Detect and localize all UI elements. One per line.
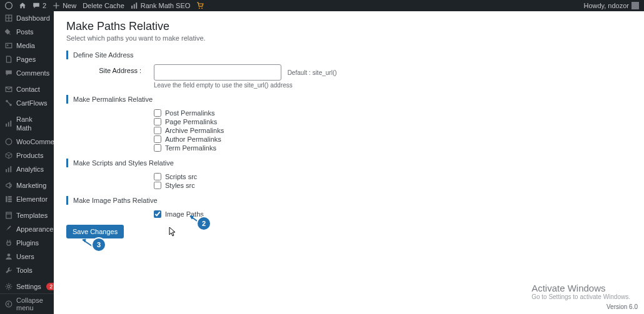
delete-cache-link[interactable]: Delete Cache — [83, 2, 124, 9]
sidebar-item-posts[interactable]: Posts — [0, 25, 54, 39]
woo-icon — [5, 138, 13, 145]
sidebar-item-marketing[interactable]: Marketing — [0, 179, 54, 192]
cart-icon — [196, 2, 204, 9]
svg-point-6 — [7, 44, 8, 46]
checkbox-image-paths[interactable] — [154, 210, 161, 218]
sidebar-item-cartflows[interactable]: CartFlows — [0, 96, 54, 110]
checkbox-perm-term-permalinks-row[interactable]: Term Permalinks — [154, 144, 631, 152]
checkbox-perm-archive-permalinks-row[interactable]: Archive Permalinks — [154, 126, 631, 135]
sidebar-item-label: Posts — [16, 27, 49, 36]
svg-rect-13 — [6, 169, 7, 172]
sidebar-item-label: Plugins — [16, 238, 49, 247]
svg-point-21 — [8, 285, 10, 288]
checkbox-perm-page-permalinks-row[interactable]: Page Permalinks — [154, 117, 631, 126]
sidebar-item-label: Products — [16, 151, 49, 160]
collapse-menu[interactable]: Collapse menu — [0, 293, 54, 314]
section-image: Make Image Paths Relative — [66, 196, 631, 205]
content-area: Make Paths Relative Select which paths y… — [54, 11, 644, 314]
page-icon — [5, 56, 13, 63]
save-button[interactable]: Save Changes 3 — [66, 225, 124, 238]
wordpress-icon — [5, 2, 13, 9]
version-text: Version 6.0 — [606, 303, 638, 310]
elem-icon — [5, 195, 13, 203]
wp-logo[interactable] — [5, 2, 13, 9]
sidebar-item-tools[interactable]: Tools — [0, 263, 54, 277]
flow-icon — [5, 99, 13, 107]
sidebar-item-label: Comments — [16, 69, 49, 77]
checkbox-perm-author-permalinks-row[interactable]: Author Permalinks — [154, 135, 631, 144]
comments-link[interactable]: 2 — [33, 2, 46, 9]
home-link[interactable] — [19, 2, 26, 9]
gear-icon — [5, 283, 13, 290]
sidebar-item-label: Users — [16, 252, 49, 261]
svg-point-23 — [6, 301, 12, 307]
svg-rect-14 — [8, 168, 9, 172]
svg-rect-19 — [8, 200, 12, 202]
checkbox-scr-scripts-src-row[interactable]: Scripts src — [154, 172, 631, 181]
sidebar-item-dashboard[interactable]: Dashboard — [0, 11, 54, 25]
checkbox-perm-author-permalinks[interactable] — [154, 135, 161, 143]
section-permalinks: Make Permalinks Relative — [66, 95, 631, 104]
sidebar-item-rank-math[interactable]: Rank Math — [0, 112, 54, 135]
sidebar-item-plugins[interactable]: Plugins — [0, 236, 54, 250]
howdy-link[interactable]: Howdy, ndozor — [583, 2, 639, 9]
sidebar-item-comments[interactable]: Comments2 — [0, 66, 54, 80]
plug-icon — [5, 239, 13, 247]
new-link[interactable]: New — [53, 2, 76, 9]
site-address-below-hint: Leave the field empty to use the site_ur… — [154, 82, 631, 89]
user-icon — [5, 253, 13, 260]
rankmath-link[interactable]: Rank Math SEO — [131, 2, 190, 9]
svg-point-20 — [8, 253, 11, 257]
sidebar-item-media[interactable]: Media — [0, 39, 54, 52]
checkbox-perm-author-permalinks-label: Author Permalinks — [165, 135, 221, 143]
checkbox-perm-post-permalinks-row[interactable]: Post Permalinks — [154, 109, 631, 117]
svg-point-5 — [201, 7, 203, 9]
site-address-input[interactable] — [154, 64, 281, 81]
checkbox-perm-term-permalinks[interactable] — [154, 144, 161, 152]
sidebar-item-settings[interactable]: Settings2 — [0, 280, 54, 293]
svg-rect-1 — [131, 6, 133, 9]
sidebar-item-users[interactable]: Users — [0, 250, 54, 263]
sidebar-item-label: Templates — [16, 211, 49, 220]
admin-sidebar: DashboardPostsMediaPagesComments2Contact… — [0, 11, 54, 314]
rankmath-label: Rank Math SEO — [141, 2, 190, 9]
svg-rect-3 — [136, 2, 137, 9]
section-scripts: Make Scripts and Styles Relative — [66, 159, 631, 167]
sidebar-item-label: Marketing — [16, 181, 49, 190]
sidebar-item-pages[interactable]: Pages — [0, 52, 54, 66]
media-icon — [5, 42, 13, 49]
home-icon — [19, 2, 26, 9]
sidebar-item-woocommerce[interactable]: WooCommerce — [0, 135, 54, 149]
sidebar-item-label: CartFlows — [16, 99, 49, 107]
svg-rect-16 — [6, 196, 7, 202]
svg-rect-18 — [8, 199, 12, 200]
checkbox-perm-archive-permalinks[interactable] — [154, 127, 161, 134]
sidebar-item-appearance[interactable]: Appearance — [0, 222, 54, 236]
checkbox-image-paths-row[interactable]: Image Paths 2 — [154, 210, 631, 218]
sidebar-item-products[interactable]: Products — [0, 149, 54, 162]
checkbox-scr-scripts-src[interactable] — [154, 173, 161, 180]
checkbox-scr-styles-src[interactable] — [154, 182, 161, 189]
svg-point-4 — [199, 7, 200, 9]
checkbox-perm-post-permalinks[interactable] — [154, 109, 161, 117]
sidebar-item-templates[interactable]: Templates — [0, 209, 54, 222]
sidebar-item-elementor[interactable]: Elementor — [0, 192, 54, 206]
page-desc: Select which paths you want to make rela… — [66, 34, 631, 42]
comment-icon — [5, 69, 13, 77]
collapse-icon — [5, 300, 13, 308]
checkbox-scr-styles-src-row[interactable]: Styles src — [154, 181, 631, 190]
delete-cache-label: Delete Cache — [83, 2, 124, 9]
comment-icon — [33, 2, 40, 9]
sidebar-item-label: Elementor — [16, 195, 49, 204]
sidebar-item-label: Media — [16, 41, 49, 50]
cart-link[interactable] — [196, 2, 204, 9]
checkbox-perm-page-permalinks[interactable] — [154, 118, 161, 125]
svg-rect-9 — [6, 124, 7, 127]
svg-point-12 — [6, 139, 12, 145]
pin-icon — [5, 28, 13, 36]
sidebar-item-analytics[interactable]: Analytics — [0, 162, 54, 176]
sidebar-item-label: Rank Math — [16, 115, 49, 132]
svg-rect-10 — [8, 122, 9, 127]
sidebar-item-contact[interactable]: Contact — [0, 82, 54, 96]
checkbox-scr-styles-src-label: Styles src — [165, 182, 195, 189]
